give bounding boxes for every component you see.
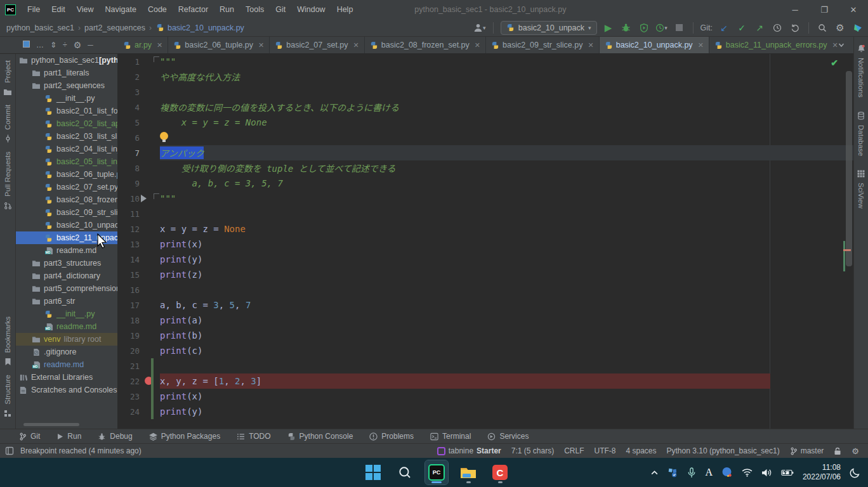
settings-gear-icon[interactable]: ⚙ (834, 22, 846, 34)
tab-close-icon[interactable]: ✕ (258, 41, 264, 49)
code-line[interactable]: 複数の変数に同一の値を投入するとき、以下のように書ける (160, 100, 853, 115)
code-line[interactable]: print(z) (160, 267, 853, 282)
editor-line-6[interactable]: 6 (118, 130, 853, 145)
minimize-button[interactable]: ─ (780, 0, 810, 19)
tree-item-python-basic-sec1[interactable]: python_basic_sec1 [python_b (16, 54, 117, 67)
tree-item-basic2-09-str-slice-py[interactable]: basic2_09_str_slice.py (16, 206, 117, 219)
git-branch[interactable]: master (790, 446, 824, 455)
menu-navigate[interactable]: Navigate (100, 0, 142, 19)
microphone-icon[interactable] (687, 467, 696, 478)
tab-close-icon[interactable]: ✕ (698, 41, 704, 49)
panel-settings-gear-icon[interactable]: ⚙ (74, 40, 82, 50)
code-line[interactable]: やや高度な代入方法 (160, 69, 853, 84)
editor-line-18[interactable]: 18print(a) (118, 313, 853, 328)
breadcrumb-package[interactable]: part2_sequences (84, 23, 145, 32)
tab-close-icon[interactable]: ✕ (157, 41, 162, 49)
tree-item-part3-structures[interactable]: part3_structures (16, 257, 117, 269)
menu-tools[interactable]: Tools (240, 0, 270, 19)
toolwindow-button-project[interactable]: Project (3, 54, 12, 98)
plugin-logo-icon[interactable] (852, 22, 864, 34)
code-line[interactable]: """ (160, 191, 853, 206)
tree-item-part5-comprehension[interactable]: part5_comprehension (16, 282, 117, 295)
run-with-coverage-button[interactable] (638, 22, 650, 34)
menu-edit[interactable]: Edit (46, 0, 71, 19)
breadcrumb-file[interactable]: basic2_10_unpack.py (168, 23, 244, 32)
history-clock-icon[interactable] (771, 22, 784, 34)
editor-line-19[interactable]: 19print(b) (118, 328, 853, 343)
code-line[interactable]: x, y, z = [1, 2, 3] (160, 373, 853, 389)
tree-item-basic2-02-list-append[interactable]: basic2_02_list_append. (16, 117, 117, 130)
toolwindow-button-structure[interactable]: Structure (4, 368, 11, 420)
tab-basic2-06-tuple-py[interactable]: basic2_06_tuple.py✕ (168, 37, 270, 53)
code-line[interactable]: x = y = z = None (160, 221, 853, 237)
toolwindow-tab-terminal[interactable]: Terminal (430, 432, 471, 441)
tree-item-external-libraries[interactable]: External Libraries (16, 371, 117, 384)
toolwindow-button-commit[interactable]: Commit (4, 98, 12, 146)
code-line[interactable]: print(a) (160, 313, 853, 328)
menu-file[interactable]: File (22, 0, 46, 19)
select-opened-file-icon[interactable] (23, 41, 30, 49)
tree-item-readme-md[interactable]: MDreadme.md (16, 358, 117, 371)
tree-item-scratches-and-consoles[interactable]: Scratches and Consoles (16, 384, 117, 396)
editor-line-15[interactable]: 15print(z) (118, 267, 853, 282)
tray-chevron-up-icon[interactable] (650, 469, 659, 477)
git-push-button[interactable]: ↗ (753, 22, 766, 34)
tree-item-gitignore[interactable]: .gitignore (16, 346, 117, 358)
editor-line-3[interactable]: 3 (118, 84, 853, 100)
code-editor[interactable]: 1"""2やや高度な代入方法34複数の変数に同一の値を投入するとき、以下のように… (118, 54, 853, 429)
moon-icon[interactable] (850, 467, 860, 478)
taskbar-pycharm-button[interactable]: PC (425, 460, 448, 484)
file-encoding[interactable]: UTF-8 (595, 446, 616, 455)
editor-line-11[interactable]: 11 (118, 206, 853, 221)
toolwindow-tab-todo[interactable]: TODO (237, 432, 270, 441)
tree-item-part2-sequences[interactable]: part2_sequences (16, 79, 117, 92)
status-message[interactable]: Breakpoint reached (4 minutes ago) (20, 446, 141, 455)
search-everywhere-icon[interactable] (816, 22, 829, 34)
code-line[interactable]: print(c) (160, 343, 853, 358)
code-line[interactable]: x = y = z = None (160, 115, 853, 130)
taskbar-search-button[interactable] (393, 460, 416, 484)
menu-help[interactable]: Help (331, 0, 359, 19)
tree-item-basic2-10-unpack-py[interactable]: basic2_10_unpack.py (16, 219, 117, 231)
more-icon[interactable]: … (36, 41, 44, 49)
account-sphere-icon[interactable] (721, 467, 733, 478)
rollback-icon[interactable] (789, 22, 801, 34)
editor-line-4[interactable]: 4複数の変数に同一の値を投入するとき、以下のように書ける (118, 100, 853, 115)
editor-line-7[interactable]: 7アンパック (118, 145, 853, 160)
tabnine-status[interactable]: tabnine Starter (437, 446, 501, 455)
menu-view[interactable]: View (71, 0, 100, 19)
code-line[interactable]: print(b) (160, 328, 853, 343)
tree-item-basic2-07-set-py[interactable]: basic2_07_set.py (16, 181, 117, 193)
toolwindow-tab-problems[interactable]: Problems (369, 432, 414, 441)
editor-line-22[interactable]: 22x, y, z = [1, 2, 3] (118, 373, 853, 389)
hide-panel-icon[interactable]: ─ (88, 41, 93, 49)
ime-language-icon[interactable]: A (705, 467, 713, 478)
toolwindow-tab-git[interactable]: Git (19, 432, 40, 441)
menu-window[interactable]: Window (291, 0, 331, 19)
maximize-button[interactable]: ❐ (810, 0, 839, 19)
python-interpreter[interactable]: Python 3.10 (python_basic_sec1) (667, 446, 780, 455)
toolwindow-button-notifications[interactable]: Notifications (857, 42, 865, 104)
code-line[interactable]: a, b, c = 3, 5, 7 (160, 176, 853, 191)
toolwindow-switcher-icon[interactable] (5, 446, 14, 455)
horizontal-scrollbar[interactable] (23, 423, 79, 426)
menu-git[interactable]: Git (270, 0, 291, 19)
intention-bulb-icon[interactable] (160, 132, 168, 140)
tab-basic2-10-unpack-py[interactable]: basic2_10_unpack.py✕ (600, 37, 709, 53)
tree-item-init-py[interactable]: __init__.py (16, 308, 117, 320)
toolwindow-tab-debug[interactable]: Debug (98, 432, 132, 441)
code-line[interactable]: print(y) (160, 252, 853, 267)
toolwindow-button-bookmarks[interactable]: Bookmarks (4, 310, 11, 369)
toolwindow-button-sciview[interactable]: SciView (857, 167, 865, 215)
editor-scrollbar[interactable] (846, 71, 852, 266)
run-configuration-select[interactable]: basic2_10_unpack ▾ (501, 21, 597, 35)
tree-item-basic2-08-frozen-set-p[interactable]: basic2_08_frozen_set.p (16, 193, 117, 206)
close-button[interactable]: ✕ (839, 0, 868, 19)
tab-close-icon[interactable]: ✕ (832, 41, 838, 49)
user-avatar-icon[interactable]: ▾ (473, 22, 486, 34)
fold-marker-icon[interactable] (154, 56, 159, 62)
taskbar-clock[interactable]: 11:08 2022/07/06 (803, 463, 841, 482)
menu-code[interactable]: Code (142, 0, 173, 19)
tab-basic2-07-set-py[interactable]: basic2_07_set.py✕ (270, 37, 365, 53)
status-gear-icon[interactable]: ⚙ (852, 446, 859, 456)
